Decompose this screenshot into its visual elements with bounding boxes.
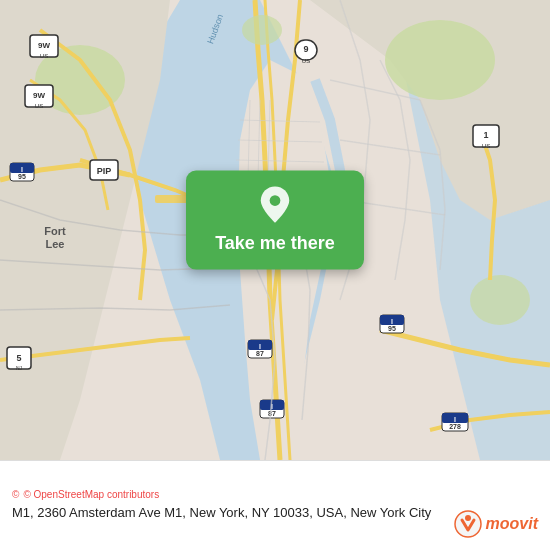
- copyright-line: © © OpenStreetMap contributors: [12, 489, 538, 500]
- take-me-there-button[interactable]: Take me there: [186, 171, 364, 270]
- svg-text:I: I: [391, 318, 393, 325]
- svg-text:I: I: [21, 166, 23, 173]
- svg-text:Lee: Lee: [46, 238, 65, 250]
- svg-text:US: US: [302, 58, 310, 64]
- svg-text:9W: 9W: [38, 41, 50, 50]
- svg-text:NJ: NJ: [16, 365, 23, 371]
- svg-text:87: 87: [268, 410, 276, 417]
- map-container: I 87 I 87 9 US 9W US 9W US PIP I 95 I 95: [0, 0, 550, 460]
- svg-text:US: US: [40, 53, 48, 59]
- svg-point-53: [465, 515, 471, 521]
- svg-text:PIP: PIP: [97, 166, 112, 176]
- svg-point-51: [270, 195, 281, 206]
- svg-point-52: [455, 511, 481, 537]
- moovit-logo: moovit: [454, 510, 538, 538]
- moovit-text: moovit: [486, 515, 538, 533]
- svg-point-8: [470, 275, 530, 325]
- svg-text:Fort: Fort: [44, 225, 66, 237]
- svg-text:87: 87: [256, 350, 264, 357]
- svg-text:5: 5: [16, 353, 21, 363]
- svg-text:9W: 9W: [33, 91, 45, 100]
- cta-label: Take me there: [215, 233, 335, 254]
- location-pin-icon: [255, 185, 295, 225]
- svg-text:I: I: [454, 416, 456, 423]
- svg-text:US: US: [35, 103, 43, 109]
- svg-text:I: I: [259, 343, 261, 350]
- svg-text:US: US: [482, 143, 490, 149]
- copyright-symbol: ©: [12, 489, 19, 500]
- bottom-bar: © © OpenStreetMap contributors M1, 2360 …: [0, 460, 550, 550]
- svg-point-6: [385, 20, 495, 100]
- svg-point-50: [242, 15, 282, 45]
- cta-overlay: Take me there: [186, 171, 364, 270]
- copyright-text: © OpenStreetMap contributors: [23, 489, 159, 500]
- svg-text:9: 9: [303, 44, 308, 54]
- moovit-brand-icon: [454, 510, 482, 538]
- svg-text:95: 95: [388, 325, 396, 332]
- svg-text:1: 1: [483, 130, 488, 140]
- svg-text:95: 95: [18, 173, 26, 180]
- svg-text:278: 278: [449, 423, 461, 430]
